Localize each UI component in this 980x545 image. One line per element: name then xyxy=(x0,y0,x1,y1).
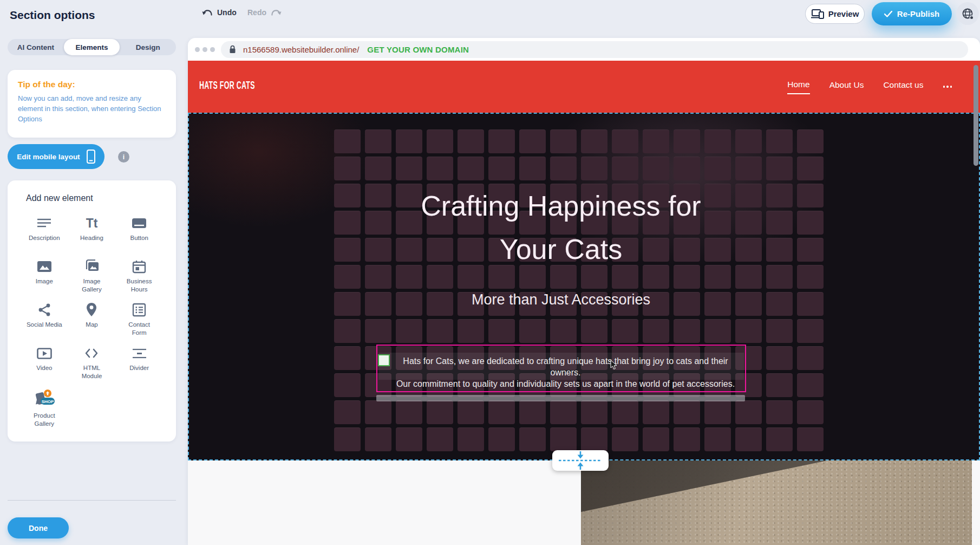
add-element-title: Add new element xyxy=(26,193,93,203)
section-resize-handle[interactable] xyxy=(552,450,609,471)
hero-section-selected[interactable]: Crafting Happiness for Your Cats More th… xyxy=(188,113,980,460)
browser-scrollbar[interactable] xyxy=(974,65,978,166)
preview-label: Preview xyxy=(828,9,859,18)
element-image-gallery[interactable]: Image Gallery xyxy=(68,258,116,302)
element-button[interactable]: Button xyxy=(115,215,163,258)
hero-grid-tile xyxy=(612,319,638,343)
tab-design[interactable]: Design xyxy=(120,39,176,55)
hero-tile-grid xyxy=(334,129,824,451)
hero-grid-tile xyxy=(797,319,824,343)
hero-grid-tile xyxy=(519,157,546,180)
description-icon xyxy=(37,215,51,231)
nav-about-us[interactable]: About Us xyxy=(829,80,864,93)
hero-grid-tile xyxy=(458,319,484,343)
hero-paragraph[interactable]: Hats for Cats, we are dedicated to craft… xyxy=(390,355,741,390)
check-icon xyxy=(884,11,892,17)
redo-icon xyxy=(271,9,282,17)
add-new-element-panel: Add new element Description Tt Heading xyxy=(8,180,176,442)
tip-body: Now you can add, move and resize any ele… xyxy=(18,94,166,125)
get-domain-link[interactable]: GET YOUR OWN DOMAIN xyxy=(367,45,469,54)
info-icon[interactable]: i xyxy=(118,151,129,163)
element-map[interactable]: Map xyxy=(68,302,116,345)
hero-grid-tile xyxy=(674,319,700,343)
hero-grid-tile xyxy=(334,319,361,343)
redo-button[interactable]: Redo xyxy=(247,8,282,17)
ground-photo xyxy=(581,460,972,545)
site-nav: Home About Us Contact us xyxy=(787,61,952,113)
phone-icon xyxy=(87,150,95,164)
globe-icon xyxy=(962,8,974,20)
republish-label: Re-Publish xyxy=(897,9,939,18)
edit-mobile-layout-button[interactable]: Edit mobile layout xyxy=(8,144,104,169)
hero-grid-tile xyxy=(766,427,793,451)
hero-grid-tile xyxy=(704,319,731,343)
hero-grid-tile xyxy=(334,129,361,153)
next-section[interactable] xyxy=(188,460,980,545)
element-product-gallery[interactable]: SHOP Product Gallery xyxy=(21,388,68,432)
hero-grid-tile xyxy=(643,319,669,343)
hero-grid-tile xyxy=(704,157,731,180)
nav-home[interactable]: Home xyxy=(787,80,809,94)
element-image[interactable]: Image xyxy=(21,258,68,302)
undo-button[interactable]: Undo xyxy=(202,8,237,17)
hero-heading[interactable]: Crafting Happiness for Your Cats xyxy=(189,184,933,271)
site-logo[interactable]: HATS FOR CATS xyxy=(199,79,255,92)
hero-grid-tile xyxy=(581,400,607,424)
hero-grid-tile xyxy=(365,427,391,451)
hero-grid-tile xyxy=(550,319,577,343)
hero-grid-tile xyxy=(396,129,422,153)
tab-ai-content[interactable]: AI Content xyxy=(8,39,64,55)
divider-icon xyxy=(132,345,147,361)
element-html-module[interactable]: HTML Module xyxy=(68,345,116,388)
hero-grid-tile xyxy=(458,157,484,180)
hero-grid-tile xyxy=(488,400,515,424)
hero-grid-tile xyxy=(334,427,361,451)
element-heading[interactable]: Tt Heading xyxy=(68,215,116,258)
element-description[interactable]: Description xyxy=(21,215,68,258)
hero-subheading[interactable]: More than Just Accessories xyxy=(189,291,933,308)
hero-grid-tile xyxy=(427,157,453,180)
element-business-hours[interactable]: Business Hours xyxy=(115,258,163,302)
drag-handle[interactable] xyxy=(378,354,390,366)
element-social-media[interactable]: Social Media xyxy=(21,302,68,345)
hero-grid-tile xyxy=(581,157,607,180)
hero-grid-tile xyxy=(797,427,824,451)
republish-button[interactable]: Re-Publish xyxy=(872,2,952,25)
hero-grid-tile xyxy=(334,346,361,370)
hero-grid-tile xyxy=(550,400,577,424)
element-contact-form[interactable]: Contact Form xyxy=(115,302,163,345)
hero-grid-tile xyxy=(766,373,793,397)
hero-grid-tile xyxy=(612,427,638,451)
hero-grid-tile xyxy=(643,129,669,153)
nav-more-icon[interactable] xyxy=(943,86,952,88)
element-divider[interactable]: Divider xyxy=(115,345,163,388)
heading-icon: Tt xyxy=(86,215,98,231)
done-button[interactable]: Done xyxy=(8,517,69,538)
hero-grid-tile xyxy=(458,129,484,153)
hero-grid-tile xyxy=(488,129,515,153)
share-icon xyxy=(37,302,51,318)
window-dots xyxy=(195,47,215,52)
language-button[interactable] xyxy=(956,2,979,25)
hero-grid-tile xyxy=(396,400,422,424)
product-gallery-icon: SHOP xyxy=(33,388,56,409)
hero-grid-tile xyxy=(735,427,762,451)
element-video[interactable]: Video xyxy=(21,345,68,388)
undo-label: Undo xyxy=(217,8,237,17)
nav-contact-us[interactable]: Contact us xyxy=(883,80,923,93)
hero-grid-tile xyxy=(488,157,515,180)
preview-button[interactable]: Preview xyxy=(805,4,865,24)
address-bar[interactable]: n1566589.websitebuilder.online/ GET YOUR… xyxy=(221,41,968,58)
element-grid: Description Tt Heading Button Image xyxy=(21,215,163,432)
hero-grid-tile xyxy=(797,129,824,153)
hero-grid-tile xyxy=(643,427,669,451)
tab-elements[interactable]: Elements xyxy=(64,39,120,55)
hero-grid-tile xyxy=(704,129,731,153)
browser-preview: n1566589.websitebuilder.online/ GET YOUR… xyxy=(188,38,980,545)
hero-grid-tile xyxy=(550,129,577,153)
devices-icon xyxy=(811,9,824,19)
hero-grid-tile xyxy=(612,157,638,180)
form-icon xyxy=(132,302,146,318)
hero-grid-tile xyxy=(427,427,453,451)
selected-text-element[interactable]: Hats for Cats, we are dedicated to craft… xyxy=(376,345,746,392)
